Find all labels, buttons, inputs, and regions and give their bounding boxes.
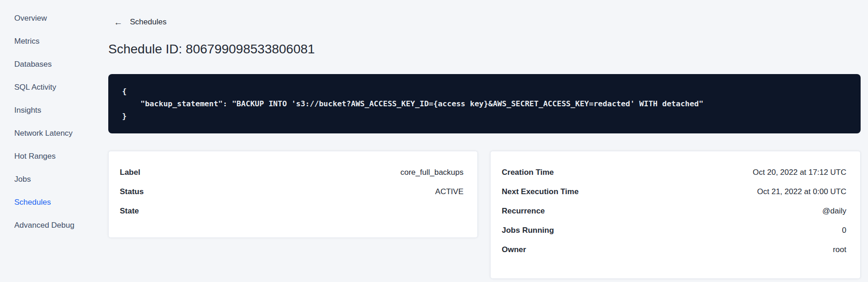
detail-row: Creation Time Oct 20, 2022 at 17:12 UTC (502, 168, 846, 187)
detail-value: 0 (842, 226, 846, 235)
detail-row: Label core_full_backups (120, 168, 463, 187)
detail-label: Jobs Running (502, 226, 554, 235)
detail-label: Creation Time (502, 168, 554, 177)
schedule-summary-card: Label core_full_backups Status ACTIVE St… (108, 151, 478, 238)
backup-statement-code-block: { "backup_statement": "BACKUP INTO 's3:/… (108, 74, 861, 133)
sidebar-item-schedules[interactable]: Schedules (0, 191, 108, 214)
sidebar-item-label: Advanced Debug (14, 221, 74, 230)
sidebar-item-label: Databases (14, 60, 52, 69)
backup-statement-code: { "backup_statement": "BACKUP INTO 's3:/… (122, 85, 847, 122)
schedule-detail-page: ← Schedules Schedule ID: 806799098533806… (108, 0, 861, 279)
schedule-timing-card: Creation Time Oct 20, 2022 at 17:12 UTC … (490, 151, 861, 279)
detail-label: Owner (502, 245, 526, 254)
page-title: Schedule ID: 806799098533806081 (108, 41, 861, 57)
sidebar-item-metrics[interactable]: Metrics (0, 30, 108, 53)
detail-row: Next Execution Time Oct 21, 2022 at 0:00… (502, 187, 846, 207)
detail-value: Oct 20, 2022 at 17:12 UTC (753, 168, 846, 177)
detail-value: ACTIVE (435, 187, 463, 196)
sidebar-item-network-latency[interactable]: Network Latency (0, 122, 108, 145)
detail-value: @daily (822, 207, 846, 216)
detail-value: root (833, 245, 846, 254)
sidebar-item-label: Hot Ranges (14, 152, 56, 161)
back-to-schedules-link[interactable]: ← Schedules (114, 17, 166, 28)
detail-label: Label (120, 168, 140, 177)
detail-label: Recurrence (502, 207, 545, 216)
detail-row: State (120, 207, 463, 226)
sidebar-item-label: SQL Activity (14, 83, 56, 92)
sidebar-item-advanced-debug[interactable]: Advanced Debug (0, 214, 108, 237)
back-arrow-icon: ← (114, 18, 123, 27)
detail-cards: Label core_full_backups Status ACTIVE St… (108, 151, 861, 279)
detail-row: Jobs Running 0 (502, 226, 846, 245)
sidebar-item-label: Network Latency (14, 129, 73, 138)
sidebar-item-sql-activity[interactable]: SQL Activity (0, 76, 108, 99)
sidebar-item-label: Schedules (14, 198, 51, 207)
sidebar-item-databases[interactable]: Databases (0, 53, 108, 76)
sidebar-item-insights[interactable]: Insights (0, 99, 108, 122)
sidebar-item-hot-ranges[interactable]: Hot Ranges (0, 145, 108, 168)
detail-value: Oct 21, 2022 at 0:00 UTC (757, 187, 846, 196)
sidebar-item-label: Overview (14, 14, 47, 23)
detail-label: State (120, 207, 139, 216)
detail-row: Recurrence @daily (502, 207, 846, 226)
detail-label: Next Execution Time (502, 187, 579, 196)
detail-row: Owner root (502, 245, 846, 265)
detail-label: Status (120, 187, 144, 196)
sidebar-item-jobs[interactable]: Jobs (0, 168, 108, 191)
sidebar-item-overview[interactable]: Overview (0, 7, 108, 30)
sidebar-item-label: Metrics (14, 37, 40, 46)
sidebar-item-label: Jobs (14, 175, 31, 184)
detail-value: core_full_backups (400, 168, 463, 177)
sidebar-item-label: Insights (14, 106, 41, 115)
detail-row: Status ACTIVE (120, 187, 463, 207)
sidebar: Overview Metrics Databases SQL Activity … (0, 0, 108, 282)
back-link-label: Schedules (130, 17, 166, 27)
